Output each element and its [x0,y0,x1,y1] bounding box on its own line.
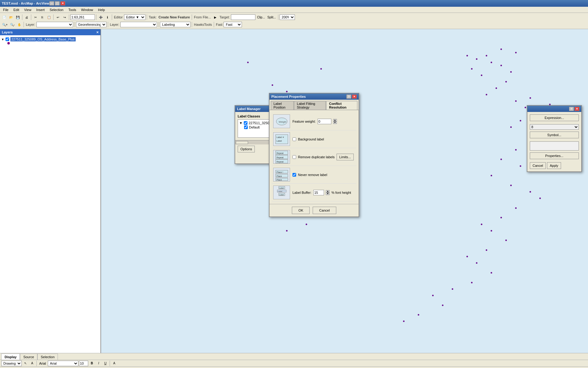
placement-help[interactable]: ? [346,94,351,99]
hawkstools-label: HawksTools [193,23,213,26]
underline-btn[interactable]: U [102,360,108,366]
layers-panel-close[interactable]: ✕ [96,31,99,34]
font-size-select[interactable]: 8 [530,124,579,130]
maximize-btn[interactable]: □ [55,1,60,6]
background-label-checkbox[interactable] [292,137,296,141]
expand-icon[interactable]: ▼ [1,38,4,41]
tree-expand[interactable]: ▼ [239,121,243,125]
remove-duplicates-checkbox[interactable] [292,155,296,159]
italic-btn[interactable]: I [96,360,102,366]
menu-edit[interactable]: Edit [12,7,21,12]
placement-properties-titlebar[interactable]: Placement Properties ? ✕ [270,94,359,100]
color-picker-row [530,141,579,151]
zoom-out-btn[interactable]: 🔍- [9,21,16,28]
menu-file[interactable]: File [1,7,10,12]
menu-insert[interactable]: Insert [34,7,47,12]
limits-btn[interactable]: Limits... [337,154,354,160]
map-area[interactable]: 15 16 17 18 25 28 [101,29,588,353]
font-size-row: 8 [530,124,579,130]
sep15 [214,22,214,27]
draw-select[interactable]: Drawing [1,361,22,366]
split-btn[interactable]: Split... [266,14,277,20]
task-value: Create New Feature [158,15,190,19]
symbol-btn[interactable]: Symbol... [530,132,579,138]
fast-dropdown[interactable]: Fast [224,22,242,27]
minimize-btn[interactable]: ─ [49,1,54,6]
add-data-btn[interactable]: ➕ [98,14,104,20]
menu-view[interactable]: View [22,7,33,12]
labeling-dropdown[interactable]: Labeling [160,22,190,27]
undo-btn[interactable]: ↩ [55,14,61,20]
georef-dropdown[interactable]: Georeferencing [76,22,107,27]
never-remove-checkbox[interactable] [292,173,296,177]
menu-tools[interactable]: Tools [66,7,78,12]
buffer-down[interactable]: ▼ [326,193,330,195]
menu-selection[interactable]: Selection [48,7,65,12]
properties-help[interactable]: ? [569,107,574,111]
menu-help[interactable]: Help [96,7,107,12]
weight-down[interactable]: ▼ [333,121,337,124]
print-btn[interactable]: 🖨 [24,14,30,20]
placement-title: Placement Properties [271,95,306,98]
tab-display[interactable]: Display [1,354,20,360]
map-dot [476,58,477,60]
tab-selection[interactable]: Selection [37,354,58,360]
layer-name[interactable]: 227511_325089_OS_Address_Base_Plus [10,37,76,41]
zoom-dropdown[interactable]: 200% [280,14,295,20]
from-file-btn[interactable]: ▶ [212,14,218,20]
pp-ok-btn[interactable]: OK [292,207,310,214]
font-size-input[interactable]: 10 [79,361,88,366]
copy-btn[interactable]: ⎘ [39,14,45,20]
props-apply[interactable]: Apply [547,162,561,169]
menu-window[interactable]: Window [79,7,95,12]
tab-label-fitting[interactable]: Label Fitting Strategy [294,101,326,110]
layer-tree-checkbox[interactable] [244,121,247,125]
clip-btn[interactable]: Clip... [256,14,266,20]
redo-btn[interactable]: ↪ [62,14,68,20]
pp-cancel-btn[interactable]: Cancel [313,207,336,214]
options-btn[interactable]: Options [238,146,255,152]
app-title: TEST.mxd - ArcMap - ArcView [2,2,49,5]
feature-weight-input[interactable]: 0 [318,119,331,124]
zoom-in-btn[interactable]: 🔍+ [1,21,9,28]
pan-btn[interactable]: ✋ [16,21,22,28]
tab-conflict-resolution[interactable]: Conflict Resolution [326,101,357,110]
tab-source[interactable]: Source [20,354,37,360]
layer-dropdown2[interactable] [120,22,157,27]
editor-dropdown[interactable]: Editor ▼ [124,14,145,20]
placement-close[interactable]: ✕ [352,94,357,99]
target-input[interactable] [231,14,255,20]
draw-btn2[interactable]: A [29,360,35,366]
layer-checkbox[interactable] [6,37,9,41]
bold-btn[interactable]: B [89,360,95,366]
color-display[interactable] [530,141,579,151]
open-btn[interactable]: 📂 [8,14,14,20]
coord-input[interactable]: 1:63.261 [70,14,95,20]
hscroll-thumb[interactable] [236,141,248,144]
properties-titlebar[interactable]: ? ✕ [527,106,581,112]
props-cancel[interactable]: Cancel [530,162,546,169]
label-buffer-input[interactable]: 15 [313,190,324,195]
layer-dropdown[interactable] [36,22,73,27]
new-btn[interactable]: 📄 [1,14,7,20]
tab-label-position[interactable]: Label Position [271,101,294,110]
map-dot [320,68,322,70]
draw-toolbar: Drawing ↖ A Arial Arial 10 B I U A [0,360,588,366]
paste-btn[interactable]: 📋 [46,14,52,20]
font-color-btn[interactable]: A [111,360,117,366]
save-btn[interactable]: 💾 [15,14,21,20]
expression-btn[interactable]: Expression... [530,114,579,121]
svg-text:Weight: Weight [279,121,287,123]
feature-weight-row: Weight Feature weight: 0 ▲ ▼ [272,113,356,130]
map-dot [247,62,249,63]
properties-btn-inner[interactable]: Properties... [530,152,579,159]
class-checkbox[interactable] [244,125,248,129]
identify-btn[interactable]: ℹ [104,14,111,20]
font-select[interactable]: Arial [48,361,78,366]
map-dot [500,65,502,66]
cut-btn[interactable]: ✂ [32,14,39,20]
close-btn[interactable]: ✕ [60,1,65,6]
label-buffer-label: Label Buffer: [292,191,311,194]
properties-close[interactable]: ✕ [575,107,579,111]
draw-btn1[interactable]: ↖ [22,360,28,366]
